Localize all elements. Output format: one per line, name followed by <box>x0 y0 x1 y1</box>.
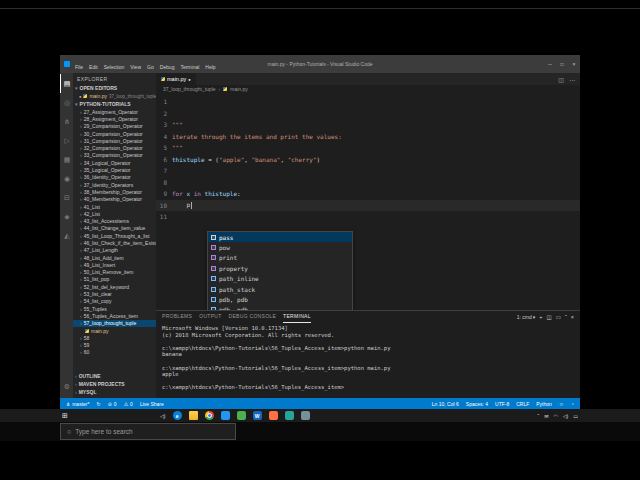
app-icon-orange[interactable] <box>269 411 278 420</box>
folder-item-60[interactable]: ›60 <box>73 349 156 356</box>
live-share-icon[interactable]: ◉ <box>60 169 73 188</box>
code-line-4[interactable]: 4iterate through the items and print the… <box>156 131 580 143</box>
terminal-output[interactable]: Microsoft Windows [Version 10.0.17134](c… <box>156 323 580 398</box>
menu-edit[interactable]: Edit <box>89 64 98 70</box>
status-spaces-4[interactable]: Spaces: 4 <box>466 401 488 407</box>
status-warnings[interactable]: ⚠0 <box>124 401 133 407</box>
code-line-2[interactable]: 2 <box>156 108 580 120</box>
folder-item-43-list-accessitems[interactable]: ›43_list_Accessitems <box>73 217 156 224</box>
folder-item-28-assigment-operator[interactable]: ›28_Assigment_Operator <box>73 115 156 122</box>
feedback-icon[interactable]: ☺ <box>559 401 564 407</box>
tray-chevron-up-icon[interactable]: ˆ <box>538 413 540 419</box>
app-icon-grey[interactable] <box>301 411 310 420</box>
folder-item-37-identity-operators[interactable]: ›37_Identity_Operators <box>73 181 156 188</box>
code-line-1[interactable]: 1 <box>156 96 580 108</box>
windows-search-box[interactable]: ○ Type here to search <box>60 423 236 440</box>
folder-item-27-assigment-operator[interactable]: ›27_Assigment_Operator <box>73 108 156 115</box>
debug-icon[interactable]: ▷ <box>60 131 73 150</box>
folder-item-47-list-length[interactable]: ›47_List_Length <box>73 247 156 254</box>
folder-item-30-comparision-operator[interactable]: ›30_Comparision_Operator <box>73 130 156 137</box>
edge-icon[interactable]: e <box>173 411 182 420</box>
folder-item-50-list-remove-item[interactable]: ›50_List_Remove_item <box>73 269 156 276</box>
search-icon[interactable]: ◎ <box>60 93 73 112</box>
file-explorer-icon[interactable] <box>189 411 198 420</box>
folder-item-35-logical-operator[interactable]: ›35_Logical_Operator <box>73 166 156 173</box>
folder-item-57-loop-throught-tuple[interactable]: ›57_loop_throught_tuple <box>73 320 156 327</box>
status-python[interactable]: Python <box>536 401 552 407</box>
folder-item-31-comparision-operator[interactable]: ›31_Comparision_Operator <box>73 137 156 144</box>
suggestion-pow[interactable]: pow <box>208 242 352 252</box>
file-item-main-py[interactable]: main.py <box>73 327 156 334</box>
app-icon-green[interactable] <box>237 411 246 420</box>
test-explorer-icon[interactable]: ◭ <box>60 226 73 245</box>
breadcrumb-file[interactable]: main.py <box>230 86 248 92</box>
folder-item-53-list-clear[interactable]: ›53_list_clear <box>73 290 156 297</box>
source-control-icon[interactable]: ⋔ <box>60 112 73 131</box>
close-panel-icon[interactable]: × <box>571 314 574 320</box>
add-terminal-icon[interactable]: + <box>539 314 542 320</box>
suggestion-property[interactable]: property <box>208 263 352 273</box>
suggestion-pdb-pdb[interactable]: pdb, pdb <box>208 294 352 304</box>
code-editor[interactable]: passpowprintpropertypath_inlinepath_stac… <box>156 93 580 310</box>
folder-item-55-tuples[interactable]: ›55_Tuples <box>73 305 156 312</box>
folder-item-36-identity-operator[interactable]: ›36_Identity_Operator <box>73 174 156 181</box>
open-editor-item[interactable]: ●main.py37_loop_throught_tuple <box>73 92 156 100</box>
database-icon[interactable]: ⊟ <box>60 188 73 207</box>
folder-item-54-list-copy[interactable]: ›54_list_copy <box>73 298 156 305</box>
status-errors[interactable]: ⊘0 <box>108 401 117 407</box>
menu-go[interactable]: Go <box>147 64 154 70</box>
section-mysql[interactable]: ›MYSQL <box>73 388 156 396</box>
suggestion-path-stack[interactable]: path_stack <box>208 284 352 294</box>
code-line-7[interactable]: 7 <box>156 165 580 177</box>
code-line-6[interactable]: 6thistuple = ("apple", "banana", "cherry… <box>156 154 580 166</box>
menu-debug[interactable]: Debug <box>160 64 175 70</box>
status-git-branch[interactable]: ⋔master* <box>66 401 89 407</box>
docker-icon[interactable]: ◈ <box>60 207 73 226</box>
section-outline[interactable]: ›OUTLINE <box>73 372 156 380</box>
folder-item-52-list-del-keyword[interactable]: ›52_list_del_keyword <box>73 283 156 290</box>
menu-help[interactable]: Help <box>205 64 215 70</box>
status-utf-8[interactable]: UTF-8 <box>495 401 509 407</box>
modified-dot-icon[interactable]: ● <box>188 77 190 82</box>
folder-item-44-list-change-item-value[interactable]: ›44_list_Change_item_value <box>73 225 156 232</box>
code-line-8[interactable]: 8 <box>156 177 580 189</box>
maximize-button[interactable]: □ <box>556 59 568 70</box>
terminal-selector[interactable]: 1: cmd ▾ <box>517 314 536 320</box>
status-sync[interactable]: ↻ <box>96 401 100 407</box>
split-editor-icon[interactable]: ◫ <box>558 76 564 83</box>
folder-item-56-tuples-access-item[interactable]: ›56_Tuples_Access_item <box>73 312 156 319</box>
folder-item-45-list-loop-throught-a-list[interactable]: ›45_list_Loop_Throught_a_list <box>73 232 156 239</box>
word-icon[interactable]: W <box>253 411 262 420</box>
panel-tab-debug-console[interactable]: DEBUG CONSOLE <box>229 311 277 323</box>
extensions-icon[interactable]: ▦ <box>60 150 73 169</box>
suggestion-path-inline[interactable]: path_inline <box>208 274 352 284</box>
folder-item-58[interactable]: ›58 <box>73 334 156 341</box>
panel-tab-output[interactable]: OUTPUT <box>199 311 221 323</box>
folder-item-42-list[interactable]: ›42_List <box>73 210 156 217</box>
menu-selection[interactable]: Selection <box>104 64 125 70</box>
folder-item-33-comparision-operator[interactable]: ›33_Comparision_Operator <box>73 152 156 159</box>
status-live-share[interactable]: Live Share <box>140 401 164 407</box>
section-maven-projects[interactable]: ›MAVEN PROJECTS <box>73 380 156 388</box>
settings-gear-icon[interactable]: ⚙ <box>60 377 73 396</box>
close-button[interactable]: × <box>568 59 580 70</box>
chrome-icon[interactable] <box>205 411 214 420</box>
code-line-5[interactable]: 5""" <box>156 142 580 154</box>
minimize-button[interactable]: ─ <box>544 59 556 70</box>
tray-volume-icon[interactable]: ◁) <box>563 413 569 419</box>
folder-item-40-membership-operator[interactable]: ›40_Membership_Operator <box>73 196 156 203</box>
suggestion-pdb-pdb[interactable]: pdb, pdb <box>208 305 352 310</box>
tray-network-icon[interactable]: ◠ <box>553 413 557 419</box>
maximize-panel-icon[interactable]: ˆ <box>565 314 567 320</box>
code-line-3[interactable]: 3""" <box>156 119 580 131</box>
suggestion-print[interactable]: print <box>208 253 352 263</box>
folder-item-46-list-check-if-the-item-exists[interactable]: ›46_list_Check_if_the_item_Exists <box>73 239 156 246</box>
menu-file[interactable]: File <box>75 64 83 70</box>
folder-item-34-logical-operator[interactable]: ›34_Logical_Operator <box>73 159 156 166</box>
folder-item-48-list-add-item[interactable]: ›48_List_Add_item <box>73 254 156 261</box>
explorer-icon[interactable]: ▤ <box>60 74 73 93</box>
panel-tab-terminal[interactable]: TERMINAL <box>283 311 311 323</box>
code-line-10[interactable]: 10 p <box>156 200 580 212</box>
tray-mail-icon[interactable]: ✉ <box>544 413 548 419</box>
split-terminal-icon[interactable]: ◫ <box>547 314 552 320</box>
